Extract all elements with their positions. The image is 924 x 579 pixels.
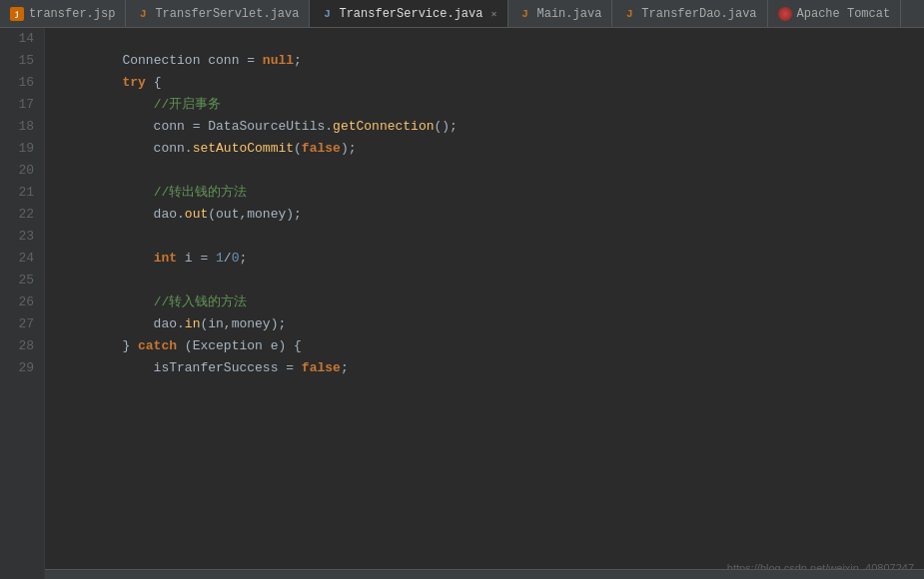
code-line-19: conn.setAutoCommit(false); [60,138,924,160]
tab-bar: j transfer.jsp J TransferServlet.java J … [0,0,924,28]
tab-transfer-servlet[interactable]: J TransferServlet.java [126,0,310,27]
tab-transfer-service[interactable]: J TransferService.java ✕ [310,0,507,28]
code-line-17: //开启事务 [60,94,924,116]
line-num-29: 29 [0,357,44,379]
code-line-29: isTranferSuccess = false; [60,357,924,379]
tab-main-java[interactable]: J Main.java [508,0,613,27]
line-num-21: 21 [0,182,44,204]
line-num-16: 16 [0,72,44,94]
java-icon: J [622,7,636,21]
code-line-28: } catch (Exception e) { [60,335,924,357]
line-numbers: 14 15 16 17 18 19 20 21 22 23 24 25 26 2… [0,28,45,579]
tab-label: TransferService.java [339,7,482,21]
line-num-18: 18 [0,116,44,138]
line-num-22: 22 [0,204,44,226]
tab-apache-tomcat[interactable]: Apache Tomcat [768,0,902,27]
code-line-24: int i = 1/0; [60,248,924,270]
horizontal-scrollbar[interactable] [45,569,924,579]
tab-label: Main.java [537,7,602,21]
tab-label: Apache Tomcat [797,7,891,21]
line-num-27: 27 [0,313,44,335]
code-line-25 [60,270,924,291]
close-icon[interactable]: ✕ [490,8,496,20]
line-num-19: 19 [0,138,44,160]
code-line-16: try { [60,72,924,94]
code-line-15: Connection conn = null; [60,50,924,72]
tab-label: transfer.jsp [29,7,115,21]
code-line-22: dao.out(out,money); [60,204,924,226]
line-num-15: 15 [0,50,44,72]
code-line-20 [60,160,924,182]
code-line-18: conn = DataSourceUtils.getConnection(); [60,116,924,138]
tab-transfer-jsp[interactable]: j transfer.jsp [0,0,126,27]
java-icon: J [518,7,532,21]
tab-label: TransferDao.java [641,7,756,21]
jsp-icon: j [10,7,24,21]
line-num-17: 17 [0,94,44,116]
line-num-14: 14 [0,28,44,50]
line-num-26: 26 [0,291,44,313]
tab-label: TransferServlet.java [155,7,299,21]
line-num-20: 20 [0,160,44,182]
tab-transfer-dao[interactable]: J TransferDao.java [612,0,767,27]
line-num-24: 24 [0,248,44,270]
line-num-28: 28 [0,335,44,357]
code-line-23 [60,226,924,248]
code-line-21: //转出钱的方法 [60,182,924,204]
code-line-27: dao.in(in,money); [60,313,924,335]
editor: 14 15 16 17 18 19 20 21 22 23 24 25 26 2… [0,28,924,579]
line-num-23: 23 [0,226,44,248]
code-content: Connection conn = null; try { //开启事务 con… [45,28,924,579]
code-line-26: //转入钱的方法 [60,291,924,313]
java-icon: J [320,7,334,21]
tomcat-icon [778,7,792,21]
line-num-25: 25 [0,270,44,291]
java-icon: J [136,7,150,21]
code-line-14 [60,28,924,50]
